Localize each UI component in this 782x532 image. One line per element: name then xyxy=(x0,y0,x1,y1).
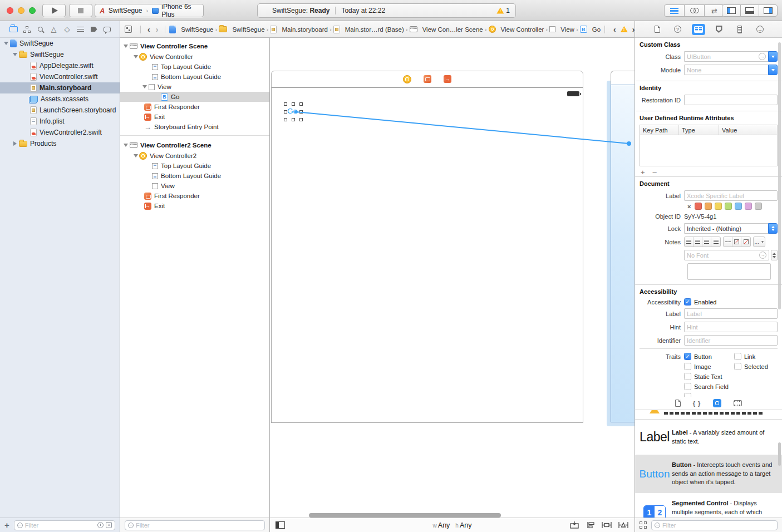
inspector-scrollbar[interactable] xyxy=(778,42,781,309)
add-attribute-button[interactable]: + xyxy=(641,168,645,176)
exit-icon[interactable]: → xyxy=(444,75,451,83)
align-left-button[interactable] xyxy=(685,237,694,247)
breadcrumb-scene[interactable]: View Con…ler Scene xyxy=(410,26,483,33)
outline-first-responder[interactable]: First Responder xyxy=(120,102,269,112)
outline-bottom-layout-guide2[interactable]: Bottom Layout Guide xyxy=(120,171,269,181)
trait-link-checkbox[interactable] xyxy=(734,353,741,360)
resize-handle[interactable] xyxy=(299,102,303,106)
outline-scene2-header[interactable]: View Controller2 Scene xyxy=(120,139,269,151)
nav-item-viewcontroller2[interactable]: ViewController2.swift xyxy=(0,127,120,138)
outline-entry-point[interactable]: → Storyboard Entry Point xyxy=(120,122,269,132)
trait-button-checkbox[interactable]: ✓ xyxy=(684,353,691,360)
go-button-on-canvas[interactable]: Go xyxy=(287,107,297,115)
tab-identity-inspector[interactable] xyxy=(692,24,705,35)
library-scrollbar[interactable] xyxy=(778,442,781,466)
color-swatch-purple[interactable] xyxy=(745,203,752,210)
source-control-status-icon[interactable]: × xyxy=(106,522,112,528)
tab-issue-navigator[interactable]: △ xyxy=(49,24,58,34)
go-back-button[interactable]: ‹ xyxy=(145,25,153,34)
more-options-button[interactable]: … xyxy=(754,237,765,247)
outline-view-controller[interactable]: View Controller xyxy=(120,52,269,62)
resize-handle[interactable] xyxy=(292,102,295,106)
outline-view-controller2[interactable]: View Controller2 xyxy=(120,151,269,161)
library-item-clipped[interactable] xyxy=(635,410,782,420)
embed-in-stack-button[interactable] xyxy=(569,521,580,529)
nav-item-group[interactable]: SwiftSegue xyxy=(0,49,120,60)
runtime-attributes-table[interactable]: Key Path Type Value xyxy=(640,125,778,166)
library-item-segmented-control[interactable]: 12 Segmented Control - Displays multiple… xyxy=(635,493,782,518)
column-type[interactable]: Type xyxy=(679,125,719,135)
accessibility-hint-input[interactable] xyxy=(687,324,775,331)
resize-handle[interactable] xyxy=(284,118,287,121)
related-items-icon[interactable] xyxy=(125,26,132,33)
nav-item-main-storyboard[interactable]: Main.storyboard xyxy=(0,82,120,93)
tab-report-navigator[interactable] xyxy=(102,24,112,34)
tab-media-library[interactable] xyxy=(734,398,742,408)
breadcrumb-storyboard-base[interactable]: Main.stor…rd (Base) xyxy=(333,26,404,33)
tab-breakpoint-navigator[interactable] xyxy=(89,24,99,34)
outline-filter-input[interactable] xyxy=(136,522,262,529)
view-controller2-canvas[interactable] xyxy=(611,85,635,422)
toggle-debug-area-button[interactable] xyxy=(740,4,759,17)
tab-project-navigator[interactable] xyxy=(9,24,18,34)
nav-item-infoplist[interactable]: Info.plist xyxy=(0,116,120,127)
run-button[interactable] xyxy=(42,4,66,17)
disclosure-triangle-icon[interactable] xyxy=(13,141,17,146)
outline-exit[interactable]: → Exit xyxy=(120,112,269,122)
close-window-button[interactable] xyxy=(7,7,13,14)
remove-attribute-button[interactable]: – xyxy=(653,168,657,176)
class-combo[interactable]: → xyxy=(684,51,778,62)
tab-quick-help-inspector[interactable]: ? xyxy=(671,24,685,35)
accessibility-identifier-input[interactable] xyxy=(687,337,775,344)
add-button[interactable]: + xyxy=(4,521,9,529)
navigator-filter-input[interactable] xyxy=(25,522,95,529)
lock-dropdown-button[interactable] xyxy=(768,223,778,234)
outline-filter-field[interactable] xyxy=(125,520,265,530)
no-color-button[interactable]: × xyxy=(687,203,691,210)
dashes-button[interactable] xyxy=(724,237,732,247)
align-justify-button[interactable] xyxy=(711,237,720,247)
module-input[interactable] xyxy=(687,67,766,73)
tab-code-snippet-library[interactable]: { } xyxy=(693,398,701,408)
assistant-editor-button[interactable] xyxy=(684,4,705,17)
trait-static-text-checkbox[interactable] xyxy=(684,373,691,380)
tab-connections-inspector[interactable]: → xyxy=(754,24,767,35)
resolve-autolayout-button[interactable] xyxy=(618,521,629,529)
outline-bottom-layout-guide[interactable]: Bottom Layout Guide xyxy=(120,72,269,82)
resize-handle[interactable] xyxy=(299,110,303,114)
view-controller-icon[interactable] xyxy=(403,75,411,83)
tab-file-template-library[interactable] xyxy=(675,398,681,408)
breadcrumb-storyboard[interactable]: Main.storyboard xyxy=(270,26,327,33)
outline-button-go[interactable]: B Go xyxy=(120,92,269,102)
lock-dropdown[interactable]: Inherited - (Nothing) xyxy=(684,223,778,234)
horizontal-scrollbar[interactable] xyxy=(309,513,501,518)
stop-button[interactable] xyxy=(69,4,92,17)
color-swatch-green[interactable] xyxy=(725,203,732,210)
color-swatch-orange[interactable] xyxy=(705,203,712,210)
tab-test-navigator[interactable]: ◇ xyxy=(62,24,72,34)
standard-editor-button[interactable] xyxy=(664,4,685,17)
class-input[interactable] xyxy=(687,53,759,60)
storyboard-canvas[interactable]: → Go xyxy=(270,38,635,518)
tab-object-library[interactable] xyxy=(713,398,721,408)
scheme-selector[interactable]: A SwiftSegue › iPhone 6s Plus xyxy=(95,4,204,17)
nav-item-appdelegate[interactable]: AppDelegate.swift xyxy=(0,60,120,71)
align-right-button[interactable] xyxy=(702,237,711,247)
tab-attributes-inspector[interactable] xyxy=(712,24,726,35)
accessibility-enabled-checkbox[interactable]: ✓ xyxy=(684,298,691,306)
breadcrumb-view-controller[interactable]: View Controller xyxy=(489,26,544,33)
grid-view-toggle-icon[interactable] xyxy=(640,521,647,529)
nav-item-assets[interactable]: Assets.xcassets xyxy=(0,93,120,105)
trait-selected-checkbox[interactable] xyxy=(734,363,741,370)
module-combo[interactable] xyxy=(684,65,778,75)
go-forward-button[interactable]: › xyxy=(153,25,161,34)
library-filter-field[interactable] xyxy=(651,520,778,530)
outline-view2[interactable]: View xyxy=(120,181,269,191)
nav-item-products[interactable]: Products xyxy=(0,138,120,149)
align-center-button[interactable] xyxy=(694,237,702,247)
library-filter-input[interactable] xyxy=(662,522,774,529)
nav-item-project[interactable]: SwiftSegue xyxy=(0,38,120,49)
status-warning[interactable]: ! 1 xyxy=(496,7,510,14)
view-controller1-canvas[interactable] xyxy=(271,87,583,423)
font-input[interactable] xyxy=(687,252,759,259)
